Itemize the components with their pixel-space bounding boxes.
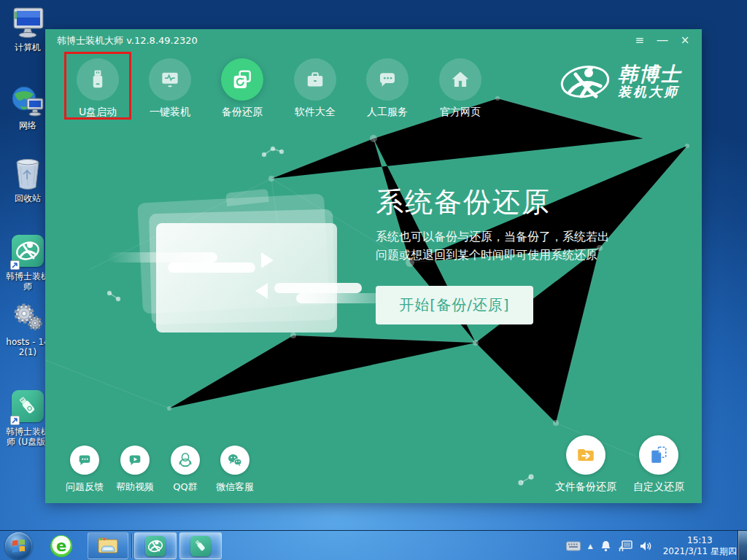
desktop-icon-label: hosts - 142(1) bbox=[4, 337, 51, 357]
desktop: 计算机 网络 回收站 bbox=[0, 0, 747, 560]
footer-action-custom-restore[interactable]: 自定义还原 bbox=[621, 435, 697, 494]
feedback-bubble-icon bbox=[70, 446, 99, 475]
nav-backup-restore[interactable]: 备份还原 bbox=[209, 58, 276, 119]
description-line1: 系统也可以备份与还原，当备份了，系统若出 bbox=[376, 228, 609, 246]
nav-label: 官方网页 bbox=[427, 106, 494, 119]
qq-icon bbox=[171, 446, 200, 475]
browser-icon[interactable]: e bbox=[50, 535, 72, 557]
taskbar-hanboshi-usb-button[interactable] bbox=[179, 532, 222, 559]
volume-icon[interactable] bbox=[640, 540, 652, 552]
network-icon bbox=[9, 84, 46, 119]
hanboshi-task-icon bbox=[145, 536, 166, 556]
nav-label: 一键装机 bbox=[136, 106, 204, 119]
nav-label: 人工服务 bbox=[354, 106, 421, 119]
desktop-icon-computer[interactable]: 计算机 bbox=[4, 6, 51, 52]
window-title: 韩博士装机大师 v.12.8.49.2320 bbox=[57, 34, 198, 47]
nav-software[interactable]: 软件大全 bbox=[282, 58, 349, 119]
nav-label: 备份还原 bbox=[209, 106, 276, 119]
backup-restore-icon bbox=[221, 58, 263, 101]
start-backup-restore-button[interactable]: 开始[备份/还原] bbox=[376, 286, 533, 324]
usb-boot-icon bbox=[77, 58, 119, 101]
footer-link-label: QQ群 bbox=[159, 481, 212, 494]
video-bubble-icon bbox=[120, 446, 150, 475]
notification-bell-icon[interactable] bbox=[600, 540, 611, 552]
shortcut-arrow-icon bbox=[10, 416, 20, 425]
windows-flag-icon bbox=[5, 532, 32, 559]
briefcase-icon bbox=[294, 58, 336, 101]
page-title: 系统备份还原 bbox=[376, 184, 551, 221]
show-desktop-button[interactable] bbox=[738, 531, 747, 560]
desktop-icon-label: 韩博士装机师 bbox=[4, 271, 51, 292]
arrow-right-icon bbox=[261, 252, 274, 268]
hanboshi-app-window: 韩博士装机大师 v.12.8.49.2320 ≡ ― × U盘启动 bbox=[45, 29, 702, 503]
hanboshi-usb-icon bbox=[9, 390, 46, 425]
nav-official-site[interactable]: 官方网页 bbox=[427, 58, 494, 119]
taskbar-separator bbox=[131, 534, 132, 558]
nav-usb-boot[interactable]: U盘启动 bbox=[64, 58, 131, 119]
desktop-icon-label: 回收站 bbox=[4, 193, 51, 203]
footer-action-file-backup[interactable]: 文件备份还原 bbox=[548, 435, 624, 494]
footer-link-label: 微信客服 bbox=[209, 481, 261, 494]
taskbar-clock[interactable]: 15:13 2021/3/11 星期四 bbox=[663, 535, 737, 557]
tray-show-hidden-icon[interactable]: ▲ bbox=[588, 542, 593, 550]
footer-link-qq-group[interactable]: QQ群 bbox=[159, 446, 212, 494]
brand-name: 韩博士 bbox=[618, 64, 681, 85]
desktop-icon-label: 网络 bbox=[4, 120, 51, 131]
arrow-left-icon bbox=[255, 283, 268, 299]
footer-link-feedback[interactable]: 问题反馈 bbox=[58, 446, 111, 494]
desktop-icon-hosts[interactable]: hosts - 142(1) bbox=[4, 300, 51, 357]
menu-icon[interactable]: ≡ bbox=[630, 32, 649, 48]
nav-one-key-install[interactable]: 一键装机 bbox=[136, 58, 204, 119]
computer-icon bbox=[9, 6, 46, 41]
keyboard-icon[interactable] bbox=[566, 541, 581, 551]
footer-action-label: 自定义还原 bbox=[621, 481, 697, 494]
desktop-icon-network[interactable]: 网络 bbox=[4, 84, 51, 131]
brand-subtitle: 装机大师 bbox=[618, 85, 681, 99]
taskbar: e bbox=[0, 530, 747, 560]
minimize-icon[interactable]: ― bbox=[653, 32, 672, 48]
window-controls: ≡ ― × bbox=[630, 32, 694, 48]
start-button[interactable] bbox=[5, 532, 32, 559]
hanboshi-app-icon bbox=[9, 235, 46, 270]
desktop-icon-hanboshi-app[interactable]: 韩博士装机师 bbox=[4, 235, 51, 292]
gears-icon bbox=[9, 300, 46, 335]
monitor-pulse-icon bbox=[149, 58, 191, 101]
recycle-bin-icon bbox=[9, 157, 46, 192]
system-tray: ▲ 15:13 bbox=[562, 531, 737, 560]
footer-link-label: 帮助视频 bbox=[109, 481, 161, 494]
clock-time: 15:13 bbox=[663, 535, 737, 546]
footer-link-help-video[interactable]: 帮助视频 bbox=[109, 446, 161, 494]
nav-support[interactable]: 人工服务 bbox=[354, 58, 421, 119]
taskbar-explorer-button[interactable] bbox=[88, 532, 128, 559]
nav-label: 软件大全 bbox=[282, 106, 349, 119]
taskbar-hanboshi-button[interactable] bbox=[134, 532, 177, 559]
folder-arrow-icon bbox=[566, 435, 605, 475]
shortcut-arrow-icon bbox=[10, 260, 20, 270]
folder-illustration bbox=[139, 194, 357, 347]
documents-icon bbox=[639, 435, 678, 475]
page-description: 系统也可以备份与还原，当备份了，系统若出 问题或想退回到某个时间即可使用系统还原 bbox=[376, 228, 609, 264]
hanboshi-usb-task-icon bbox=[190, 536, 211, 556]
desktop-icon-recycle-bin[interactable]: 回收站 bbox=[4, 157, 51, 203]
home-icon bbox=[439, 58, 481, 101]
close-icon[interactable]: × bbox=[676, 32, 694, 48]
footer-link-wechat[interactable]: 微信客服 bbox=[209, 446, 261, 494]
brand-logo-icon bbox=[560, 61, 611, 102]
explorer-folder-icon bbox=[97, 537, 119, 556]
brand-logo: 韩博士 装机大师 bbox=[560, 61, 681, 102]
network-status-icon[interactable] bbox=[619, 540, 632, 552]
clock-date: 2021/3/11 星期四 bbox=[663, 546, 737, 557]
desktop-icon-label: 计算机 bbox=[4, 42, 51, 52]
chat-bubble-icon bbox=[366, 58, 409, 101]
description-line2: 问题或想退回到某个时间即可使用系统还原 bbox=[376, 246, 609, 264]
nav-label: U盘启动 bbox=[64, 106, 131, 119]
desktop-icon-label: 韩博士装机师 (U盘版) bbox=[4, 427, 51, 447]
desktop-icon-hanboshi-usb[interactable]: 韩博士装机师 (U盘版) bbox=[4, 390, 51, 447]
wechat-icon bbox=[220, 446, 249, 475]
footer-action-label: 文件备份还原 bbox=[548, 481, 624, 494]
footer-link-label: 问题反馈 bbox=[58, 481, 111, 494]
